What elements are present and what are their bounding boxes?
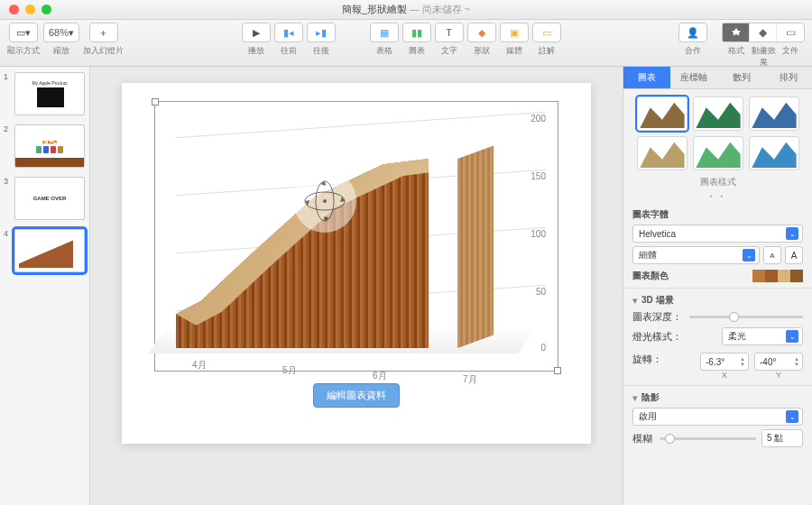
chart-style-option[interactable] (693, 136, 743, 170)
animate-tab[interactable]: ◆ (750, 23, 777, 41)
x-tick: 6月 (373, 370, 387, 382)
tab-chart[interactable]: 圖表 (623, 67, 670, 88)
next-label: 往後 (313, 45, 329, 57)
zoom-button[interactable]: 68%▾ (44, 23, 78, 41)
style-page-dots[interactable]: • • (632, 192, 803, 201)
inspector-mode-segment: ◆ ▭ (722, 23, 805, 42)
y-tick: 200 (531, 114, 546, 124)
chevron-down-icon: ⌄ (786, 410, 798, 423)
x-tick: 4月 (192, 359, 207, 372)
color-swatches[interactable] (752, 270, 803, 282)
add-slide-button[interactable]: ＋ (90, 23, 117, 41)
blur-slider[interactable] (660, 437, 756, 440)
shape-button[interactable]: ◆ (468, 23, 495, 41)
edit-chart-data-button[interactable]: 編輯圖表資料 (313, 383, 400, 408)
y-tick: 50 (536, 287, 546, 297)
y-tick: 100 (531, 229, 546, 239)
window-title: 簡報_形狀繪製 — 尚未儲存 ~ (0, 3, 812, 16)
add-slide-label: 加入幻燈片 (83, 45, 124, 57)
font-weight-select[interactable]: 細體⌄ (632, 246, 760, 264)
collaborate-button[interactable]: 👤 (679, 23, 706, 41)
comment-button[interactable]: ▭ (533, 23, 560, 41)
color-section-label: 圖表顏色 (632, 270, 669, 282)
chart-style-option[interactable] (637, 136, 687, 170)
slide-thumb[interactable]: 2 ◐◑◒◓ (5, 124, 84, 168)
chart-button[interactable]: ▮▮ (403, 23, 430, 41)
play-label: 播放 (248, 45, 264, 57)
chart-style-option[interactable] (637, 96, 687, 131)
svg-marker-8 (752, 142, 796, 168)
scene-label: 3D 場景 (641, 294, 803, 307)
svg-marker-6 (640, 142, 684, 168)
x-tick: 7月 (463, 373, 477, 386)
slide-thumb[interactable]: 3 GAME OVER (5, 177, 84, 220)
chart-3d[interactable] (176, 115, 528, 354)
shadow-enable-select[interactable]: 啟用⌄ (632, 408, 803, 426)
depth-slider[interactable] (689, 316, 803, 318)
disclosure-icon[interactable]: ▾ (632, 392, 641, 404)
depth-label: 圖表深度： (632, 310, 682, 324)
table-button[interactable]: ▦ (371, 23, 398, 41)
svg-point-2 (323, 199, 327, 203)
title-text: 簡報_形狀繪製 (342, 4, 407, 14)
x-tick: 5月 (282, 364, 297, 377)
zoom-label: 縮放 (53, 45, 69, 57)
inspector-panel: 圖表 座標軸 數列 排列 圖表樣式 • • 圖表字體 Helveti (623, 67, 812, 505)
svg-marker-5 (752, 103, 796, 128)
svg-marker-7 (696, 142, 740, 168)
tab-arrange[interactable]: 排列 (765, 67, 812, 88)
font-section-label: 圖表字體 (632, 208, 803, 221)
document-tab[interactable]: ▭ (777, 23, 804, 41)
font-smaller-button[interactable]: A (763, 246, 781, 264)
chevron-down-icon: ⌄ (786, 227, 798, 240)
disclosure-icon[interactable]: ▾ (632, 295, 641, 307)
rotate-control[interactable] (293, 170, 356, 233)
blur-input[interactable]: 5 點 (761, 429, 803, 447)
inspector-tabs: 圖表 座標軸 數列 排列 (623, 67, 812, 89)
app-window: 簡報_形狀繪製 — 尚未儲存 ~ ▭▾ 顯示方式 68%▾ 縮放 ＋ 加入幻燈片… (0, 0, 812, 505)
font-larger-button[interactable]: A (785, 246, 803, 264)
svg-marker-4 (696, 103, 740, 128)
view-mode-button[interactable]: ▭▾ (10, 23, 37, 41)
slide-thumb[interactable]: 1 My Apple Product (5, 72, 84, 115)
text-button[interactable]: T (436, 23, 463, 41)
chart-style-option[interactable] (693, 96, 743, 131)
slide-canvas[interactable]: 200 150 100 50 0 4月 5月 6月 7月 編輯圖表資料 (90, 67, 623, 505)
light-style-select[interactable]: 柔光⌄ (722, 327, 803, 345)
light-label: 燈光樣式： (632, 330, 682, 344)
svg-marker-3 (640, 103, 684, 128)
slide-thumb[interactable]: 4 (5, 229, 84, 272)
titlebar: 簡報_形狀繪製 — 尚未儲存 ~ (0, 0, 812, 20)
presenter-prev-button[interactable]: ▮◂ (275, 23, 302, 41)
chart-style-grid (632, 96, 803, 170)
rotate-x-input[interactable]: -6.3°▲▼ (700, 353, 749, 371)
chart-style-option[interactable] (749, 96, 799, 131)
blur-label: 模糊 (632, 432, 652, 445)
toolbar: ▭▾ 顯示方式 68%▾ 縮放 ＋ 加入幻燈片 ▶ 播放 ▮◂ 往前 ▸▮ 往後… (0, 20, 812, 67)
tab-series[interactable]: 數列 (718, 67, 765, 88)
shadow-label: 陰影 (641, 391, 803, 404)
view-mode-label: 顯示方式 (7, 45, 40, 57)
y-tick: 150 (531, 171, 546, 181)
title-subtitle: — 尚未儲存 ~ (410, 4, 471, 14)
tab-axes[interactable]: 座標軸 (670, 67, 717, 88)
rotate-label: 旋轉： (632, 353, 662, 366)
media-button[interactable]: ▣ (501, 23, 528, 41)
y-tick: 0 (540, 343, 546, 353)
chevron-down-icon: ⌄ (786, 330, 798, 343)
prev-label: 往前 (281, 45, 297, 57)
slide: 200 150 100 50 0 4月 5月 6月 7月 編輯圖表資料 (122, 83, 591, 444)
chart-style-option[interactable] (749, 136, 799, 170)
font-family-select[interactable]: Helvetica⌄ (632, 225, 803, 243)
chevron-down-icon: ⌄ (743, 249, 755, 262)
rotate-y-input[interactable]: -40°▲▼ (754, 353, 803, 371)
play-button[interactable]: ▶ (243, 23, 270, 41)
slide-navigator[interactable]: 1 My Apple Product 2 ◐◑◒◓ 3 GAME OVER 4 (0, 67, 90, 505)
style-label: 圖表樣式 (632, 176, 803, 188)
presenter-next-button[interactable]: ▸▮ (308, 23, 335, 41)
format-tab[interactable] (723, 23, 750, 41)
